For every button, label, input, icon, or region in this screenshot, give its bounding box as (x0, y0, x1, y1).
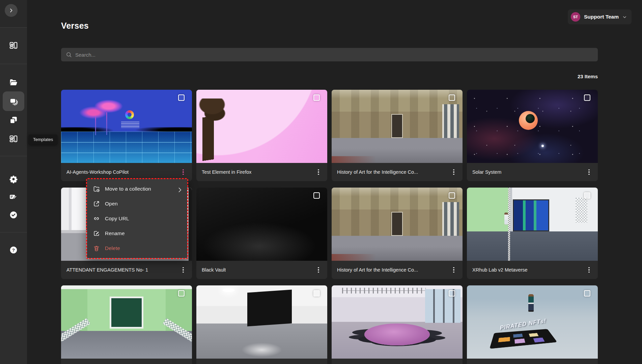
sidebar-item-templates[interactable] (5, 132, 22, 146)
select-checkbox[interactable] (584, 192, 590, 199)
chevron-right-icon (176, 187, 181, 191)
menu-item-move-to-collection[interactable]: Move to a collection (87, 181, 187, 196)
sidebar-divider (0, 232, 27, 232)
thumbnail-art (442, 202, 459, 236)
verse-thumbnail[interactable] (332, 285, 463, 359)
thumbnail-art (391, 114, 403, 138)
sidebar-item-files[interactable] (5, 75, 22, 90)
card-title-bar: History of Art for the Intelligence Co..… (332, 163, 463, 181)
verse-card[interactable]: PIRATED NFTs! (467, 285, 598, 364)
svg-text:?: ? (12, 248, 15, 253)
sidebar-item-feedback[interactable] (5, 190, 22, 204)
verse-thumbnail[interactable] (196, 188, 327, 261)
chevron-right-icon (8, 8, 14, 13)
card-title-bar (467, 359, 598, 364)
folder-move-icon (93, 186, 100, 192)
select-checkbox[interactable] (313, 94, 320, 101)
thumbnail-art (519, 111, 538, 130)
verse-card[interactable]: Black Vault (196, 188, 327, 279)
select-checkbox[interactable] (313, 290, 320, 297)
menu-item-copy-url[interactable]: Copy URL (87, 211, 187, 226)
sidebar-item-dashboard[interactable] (5, 38, 22, 53)
verse-thumbnail[interactable] (196, 90, 327, 163)
templates-tooltip: Templates (29, 135, 57, 145)
verse-title: ATTENDANT ENGAGEMENTS No- 1 (66, 267, 148, 273)
kebab-menu-button[interactable] (448, 166, 459, 178)
external-link-icon (93, 200, 100, 207)
card-title-bar (332, 359, 463, 364)
thumbnail-art (528, 294, 534, 312)
verse-title: XRhub Lab v2 Metaverse (472, 267, 528, 273)
verse-card[interactable] (196, 285, 327, 364)
select-checkbox[interactable] (449, 94, 455, 101)
verse-card[interactable]: Solar System (467, 90, 598, 181)
thumbnail-art (425, 289, 460, 323)
verse-thumbnail[interactable]: PIRATED NFTs! (467, 285, 598, 359)
kebab-menu-button[interactable] (178, 362, 189, 364)
card-title-bar: Black Vault (196, 261, 327, 279)
verse-thumbnail[interactable] (467, 90, 598, 163)
verse-thumbnail[interactable] (61, 285, 192, 359)
check-circle-icon (9, 211, 18, 219)
chevron-down-icon (622, 15, 627, 19)
kebab-menu-button[interactable] (313, 362, 324, 364)
thumbnail-art (504, 213, 508, 225)
verse-thumbnail[interactable] (467, 188, 598, 261)
sidebar-item-verses[interactable] (3, 91, 24, 111)
sidebar-divider (0, 64, 27, 64)
sidebar-item-approvals[interactable] (5, 207, 22, 222)
kebab-menu-button[interactable] (584, 166, 594, 178)
kebab-menu-button[interactable] (448, 264, 459, 276)
menu-item-open[interactable]: Open (87, 196, 187, 211)
context-menu: Move to a collection Open Copy URL R (86, 178, 188, 259)
verse-card[interactable]: History of Art for the Intelligence Co..… (332, 90, 463, 181)
menu-item-label: Delete (105, 245, 120, 251)
rename-icon (93, 230, 100, 237)
verse-title: History of Art for the Intelligence Co..… (337, 169, 418, 175)
sidebar-item-collections[interactable] (5, 113, 22, 128)
verse-card[interactable] (332, 285, 463, 364)
kebab-menu-button[interactable] (584, 264, 594, 276)
kebab-menu-button[interactable] (178, 166, 189, 178)
menu-item-rename[interactable]: Rename (87, 226, 187, 241)
verse-card[interactable]: History of Art for the Intelligence Co..… (332, 188, 463, 279)
verse-title: History of Art for the Intelligence Co..… (337, 267, 418, 273)
sidebar-expand-button[interactable] (5, 4, 18, 17)
kebab-menu-button[interactable] (584, 362, 594, 364)
page-title: Verses (61, 21, 598, 31)
select-checkbox[interactable] (313, 192, 320, 199)
verse-card[interactable]: XRhub Lab v2 Metaverse (467, 188, 598, 279)
sidebar: ? (0, 0, 27, 364)
kebab-menu-button[interactable] (178, 264, 189, 276)
select-checkbox[interactable] (584, 94, 590, 101)
sidebar-item-help[interactable]: ? (5, 243, 22, 257)
select-checkbox[interactable] (449, 192, 455, 199)
verse-card[interactable] (61, 285, 192, 364)
verse-card[interactable]: Test Element in Firefox (196, 90, 327, 181)
thumbnail-art (489, 329, 557, 349)
verse-thumbnail[interactable] (332, 90, 463, 163)
select-checkbox[interactable] (178, 94, 185, 101)
menu-item-label: Copy URL (105, 216, 129, 222)
verse-title: Solar System (472, 169, 501, 175)
menu-item-delete[interactable]: Delete (87, 241, 187, 256)
thumbnail-art (125, 110, 134, 119)
search-input[interactable] (75, 52, 593, 58)
user-menu-button[interactable]: ST Support Team (568, 9, 632, 24)
user-name: Support Team (584, 14, 619, 20)
select-checkbox[interactable] (449, 290, 455, 297)
avatar: ST (571, 12, 580, 22)
spaces-icon (9, 135, 18, 143)
kebab-menu-button[interactable] (313, 264, 324, 276)
verse-thumbnail[interactable] (332, 188, 463, 261)
sidebar-item-settings[interactable] (5, 172, 22, 187)
verse-card[interactable]: AI-Agents-Workshop CoPilot (61, 90, 192, 181)
menu-item-label: Rename (105, 230, 125, 236)
verse-thumbnail[interactable] (196, 285, 327, 359)
select-checkbox[interactable] (178, 290, 185, 297)
kebab-menu-button[interactable] (313, 166, 324, 178)
verse-thumbnail[interactable] (61, 90, 192, 163)
kebab-menu-button[interactable] (448, 362, 459, 364)
search-icon (66, 52, 72, 58)
select-checkbox[interactable] (584, 290, 590, 297)
